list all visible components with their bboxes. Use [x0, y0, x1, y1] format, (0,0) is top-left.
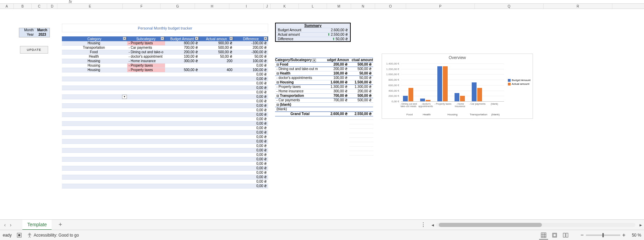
cell-difference[interactable]: 100,00 ₴	[234, 68, 268, 72]
pivot-group-row[interactable]: ⊟Housing1.600,00 ₴1.500,00 ₴	[275, 80, 373, 85]
horizontal-scrollbar[interactable]	[436, 223, 635, 227]
cell-dropdown-icon[interactable]: ▾	[122, 95, 127, 99]
column-header[interactable]: I	[229, 4, 264, 9]
table-row[interactable]: 0,00 ₴	[62, 81, 268, 86]
cell-difference[interactable]: 0,00 ₴	[234, 162, 268, 166]
cell-difference[interactable]: 0,00 ₴	[234, 122, 268, 126]
table-row[interactable]: 0,00 ₴	[62, 166, 268, 171]
column-header[interactable]: F	[123, 4, 161, 9]
zoom-out-button[interactable]: −	[580, 232, 583, 238]
zoom-level[interactable]: 50 %	[627, 233, 641, 238]
table-row[interactable]: 0,00 ₴	[62, 77, 268, 81]
cell-difference[interactable]: 50,00 ₴	[234, 55, 268, 59]
table-row[interactable]: 0,00 ₴	[62, 86, 268, 90]
cell-difference[interactable]: 0,00 ₴	[234, 135, 268, 139]
view-page-layout-icon[interactable]	[550, 231, 559, 240]
hscroll-left-icon[interactable]: ◂	[429, 222, 436, 228]
table-row[interactable]: 0,00 ₴	[62, 104, 268, 108]
cell-subcategory[interactable]: - Property taxes	[127, 41, 165, 45]
cell-category[interactable]: Transportation	[62, 46, 127, 50]
pivot-actual[interactable]: 500,00 ₴	[349, 94, 373, 98]
update-button[interactable]: UPDATE	[20, 46, 48, 54]
zoom-slider[interactable]	[586, 235, 620, 236]
cell-difference[interactable]: 0,00 ₴	[234, 148, 268, 152]
column-header[interactable]: O	[375, 4, 406, 9]
pivot-actual[interactable]	[349, 103, 373, 107]
pivot-label[interactable]: (blank)	[275, 107, 325, 111]
collapse-icon[interactable]: ⊟	[276, 94, 280, 98]
pivot-label[interactable]: ⊟Transportation	[275, 94, 325, 98]
pivot-label[interactable]: - doctor's appointments	[275, 76, 325, 80]
column-header[interactable]: R	[544, 4, 612, 9]
pivot-actual[interactable]: 50,00 ₴	[349, 71, 373, 76]
table-row[interactable]: Housing - Home insurance300,00 ₴200100,0…	[62, 59, 268, 64]
pivot-budget[interactable]	[325, 107, 349, 111]
filter-dropdown-icon[interactable]: ▾	[161, 37, 164, 40]
pivot-actual[interactable]: 1.300,00 ₴	[349, 85, 373, 89]
filter-dropdown-icon[interactable]: ▾	[229, 37, 233, 40]
cell-difference[interactable]: 0,00 ₴	[234, 108, 268, 112]
pivot-header-budget[interactable]: udget Amoun	[325, 58, 349, 62]
cell-actual[interactable]: 500,00 ₴	[199, 46, 234, 50]
pivot-label[interactable]: - Home insurance	[275, 89, 325, 93]
cell-difference[interactable]: 100,00 ₴	[234, 59, 268, 63]
cell-subcategory[interactable]: - Property taxes	[127, 68, 165, 72]
cell-actual[interactable]	[199, 64, 234, 68]
cell-subcategory[interactable]: - Dining out and take-o	[127, 50, 165, 54]
cell-category[interactable]: Housing	[62, 64, 127, 68]
overview-chart[interactable]: Overview 0,00 €200,00 €400,00 €600,00 €8…	[382, 54, 533, 119]
pivot-item-row[interactable]: - Car payments700,00 ₴500,00 ₴	[275, 98, 373, 103]
view-normal-icon[interactable]	[539, 231, 548, 240]
pivot-group-row[interactable]: ⊟Food200,00 ₴500,00 ₴	[275, 62, 373, 67]
table-row[interactable]: Food - Dining out and take-o200,00 ₴500,…	[62, 50, 268, 55]
table-row[interactable]: 0,00 ₴	[62, 148, 268, 153]
cell-budget[interactable]: 300,00 ₴	[165, 59, 199, 63]
collapse-icon[interactable]: ⊟	[276, 72, 280, 75]
pivot-budget[interactable]: 700,00 ₴	[325, 94, 349, 98]
cell-difference[interactable]: 0,00 ₴	[234, 81, 268, 85]
cell-budget[interactable]: 500,00 ₴	[165, 68, 199, 72]
cell-subcategory[interactable]: - Property taxes	[127, 64, 165, 68]
pivot-item-row[interactable]: - Property taxes1.300,00 ₴1.300,00 ₴	[275, 85, 373, 89]
col-budget-header[interactable]: Budget Amount▾	[165, 36, 199, 41]
collapse-icon[interactable]: ⊟	[276, 103, 280, 106]
table-row[interactable]: Health - doctor's appointment100,00 ₴50,…	[62, 55, 268, 59]
cell-difference[interactable]: -100,00 ₴	[234, 41, 268, 45]
cell-difference[interactable]: 0,00 ₴	[234, 126, 268, 130]
cell-subcategory[interactable]: - Car payments	[127, 46, 165, 50]
filter-dropdown-icon[interactable]: ▾	[264, 37, 267, 40]
table-row[interactable]: 0,00 ₴	[62, 72, 268, 77]
pivot-label[interactable]: ⊟(blank)	[275, 103, 325, 107]
pivot-actual[interactable]: 500,00 ₴	[349, 98, 373, 102]
cell-budget[interactable]: 200,00 ₴	[165, 50, 199, 54]
cell-difference[interactable]: 0,00 ₴	[234, 117, 268, 121]
tab-template[interactable]: Template	[22, 220, 52, 230]
cell-difference[interactable]: 0,00 ₴	[234, 184, 268, 188]
table-row[interactable]: Transportation - Car payments700,00 ₴500…	[62, 46, 268, 50]
cell-difference[interactable]: 0,00 ₴	[234, 175, 268, 179]
pivot-actual[interactable]: 500,00 ₴	[349, 67, 373, 71]
pivot-budget[interactable]: 200,00 ₴	[325, 67, 349, 71]
table-row[interactable]: 0,00 ₴	[62, 99, 268, 104]
col-actual-header[interactable]: Actual amoun▾	[199, 36, 234, 41]
cell-difference[interactable]: 0,00 ₴	[234, 64, 268, 68]
pivot-actual[interactable]: 1.500,00 ₴	[349, 80, 373, 84]
cell-category[interactable]: Health	[62, 55, 127, 59]
table-row[interactable]: 0,00 ₴	[62, 122, 268, 126]
column-header[interactable]: N	[351, 4, 375, 9]
cell-difference[interactable]: 0,00 ₴	[234, 90, 268, 94]
pivot-budget[interactable]: 100,00 ₴	[325, 71, 349, 76]
cell-budget[interactable]: 800,00 ₴	[165, 41, 199, 45]
tab-nav-next-icon[interactable]: ›	[10, 222, 12, 228]
cell-budget[interactable]: 100,00 ₴	[165, 55, 199, 59]
cell-difference[interactable]: -300,00 ₴	[234, 50, 268, 54]
hscroll-right-icon[interactable]: ▸	[637, 222, 644, 228]
column-header[interactable]: E	[57, 4, 123, 9]
pivot-budget[interactable]: 300,00 ₴	[325, 89, 349, 93]
cell-difference[interactable]: 0,00 ₴	[234, 130, 268, 135]
cell-category[interactable]: Housing	[62, 41, 127, 45]
column-header[interactable]: L	[299, 4, 327, 9]
formula-bar[interactable]: fx	[0, 0, 644, 3]
cell-difference[interactable]: 0,00 ₴	[234, 104, 268, 108]
col-difference-header[interactable]: Difference▾	[234, 36, 268, 41]
